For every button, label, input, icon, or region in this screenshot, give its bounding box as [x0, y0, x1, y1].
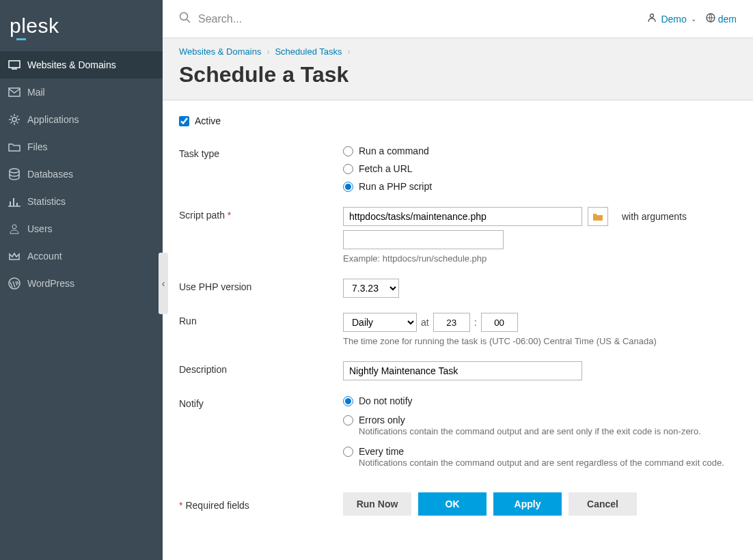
sidebar-item-label: WordPress [27, 278, 74, 289]
run-hour-input[interactable] [433, 313, 470, 332]
notify-errors-hint: Notifications contain the command output… [359, 425, 737, 438]
sidebar-item-label: Files [27, 141, 48, 152]
svg-point-4 [10, 169, 19, 173]
svg-point-3 [12, 117, 16, 122]
description-label: Description [179, 361, 343, 375]
browse-folder-button[interactable] [588, 207, 608, 226]
script-path-hint: Example: httpdocs/run/schedule.php [343, 253, 737, 264]
person-icon [647, 13, 657, 25]
sidebar-item-mail[interactable]: Mail [0, 79, 163, 106]
folder-icon [8, 141, 20, 153]
task-type-php-radio[interactable] [343, 182, 353, 192]
run-frequency-select[interactable]: Daily [343, 313, 417, 332]
sidebar-item-label: Databases [27, 169, 73, 180]
required-fields-note: *Required fields [179, 497, 343, 511]
user-menu[interactable]: Demo ⌄ [647, 13, 696, 25]
globe-icon [706, 13, 715, 25]
sidebar-item-databases[interactable]: Databases [0, 160, 163, 188]
sidebar-item-label: Mail [27, 87, 45, 98]
run-at-label: at [421, 317, 429, 328]
notify-none-radio[interactable] [343, 396, 353, 406]
script-path-input[interactable] [343, 207, 582, 226]
search-input[interactable] [198, 13, 471, 25]
page-title: Schedule a Task [179, 62, 737, 87]
sidebar-item-label: Applications [27, 114, 79, 125]
task-type-php-label: Run a PHP script [359, 181, 432, 192]
user-menu-label: Demo [661, 14, 686, 25]
php-version-label: Use PHP version [179, 279, 343, 292]
svg-point-9 [12, 225, 16, 229]
language-menu-label: dem [718, 14, 737, 25]
svg-rect-2 [9, 88, 20, 96]
breadcrumb: Websites & Domains › Scheduled Tasks › [179, 46, 737, 57]
task-type-command-radio[interactable] [343, 146, 353, 156]
arguments-input[interactable] [343, 230, 504, 249]
time-separator: : [474, 317, 477, 328]
notify-none-label: Do not notify [359, 395, 413, 406]
notify-errors-radio[interactable] [343, 415, 353, 425]
search-field[interactable] [179, 12, 640, 26]
task-type-url-radio[interactable] [343, 164, 353, 174]
svg-line-12 [187, 19, 190, 23]
topbar: Demo ⌄ dem [163, 0, 753, 38]
sidebar-item-label: Websites & Domains [27, 59, 116, 70]
sidebar: plesk Websites & Domains Mail Applicatio… [0, 0, 163, 560]
svg-rect-0 [9, 61, 20, 68]
sidebar-item-statistics[interactable]: Statistics [0, 188, 163, 215]
script-path-label: Script path * [179, 207, 343, 221]
brand-logo[interactable]: plesk [0, 0, 163, 51]
task-type-command-label: Run a command [359, 145, 429, 156]
sidebar-item-label: Users [27, 223, 53, 234]
description-input[interactable] [343, 361, 582, 380]
sidebar-collapse-handle[interactable]: ‹ [159, 253, 168, 314]
active-label: Active [195, 115, 221, 126]
sidebar-nav: Websites & Domains Mail Applications Fil… [0, 51, 163, 297]
notify-always-hint: Notifications contain the command output… [359, 457, 737, 469]
cancel-button[interactable]: Cancel [569, 492, 637, 516]
notify-always-label: Every time [359, 446, 404, 457]
breadcrumb-link-websites[interactable]: Websites & Domains [179, 46, 261, 57]
user-icon [8, 223, 20, 235]
main-area: Demo ⌄ dem Websites & Domains › Schedule… [163, 0, 753, 560]
run-label: Run [179, 313, 343, 326]
apply-button[interactable]: Apply [493, 492, 562, 516]
php-version-select[interactable]: 7.3.23 [343, 279, 399, 298]
chevron-right-icon: › [266, 47, 269, 57]
sidebar-item-label: Statistics [27, 196, 66, 207]
chart-icon [8, 195, 20, 208]
active-checkbox[interactable] [179, 116, 189, 126]
notify-label: Notify [179, 395, 343, 409]
sidebar-item-account[interactable]: Account [0, 242, 163, 270]
run-now-button[interactable]: Run Now [343, 492, 411, 516]
monitor-icon [8, 59, 20, 71]
wordpress-icon [8, 277, 20, 290]
sidebar-item-files[interactable]: Files [0, 133, 163, 160]
topbar-right: Demo ⌄ dem [647, 13, 737, 25]
gear-icon [8, 113, 20, 126]
sidebar-item-users[interactable]: Users [0, 215, 163, 242]
sidebar-item-label: Account [27, 251, 62, 262]
notify-always-radio[interactable] [343, 447, 353, 457]
brand-text: plesk [10, 14, 59, 38]
form-content: Active Task type Run a command Fetch a U… [163, 100, 753, 560]
ok-button[interactable]: OK [418, 492, 487, 516]
timezone-hint: The time zone for running the task is (U… [343, 336, 737, 346]
notify-errors-label: Errors only [359, 415, 405, 425]
run-minute-input[interactable] [481, 313, 518, 332]
task-type-label: Task type [179, 145, 343, 159]
page-header: Websites & Domains › Scheduled Tasks › S… [163, 38, 753, 100]
task-type-url-label: Fetch a URL [359, 163, 413, 174]
breadcrumb-link-scheduled-tasks[interactable]: Scheduled Tasks [275, 46, 342, 57]
language-menu[interactable]: dem [706, 13, 737, 25]
crown-icon [8, 250, 20, 262]
svg-point-13 [651, 14, 654, 18]
search-icon [179, 12, 191, 26]
sidebar-item-applications[interactable]: Applications [0, 106, 163, 133]
sidebar-item-wordpress[interactable]: WordPress [0, 270, 163, 297]
sidebar-item-websites-domains[interactable]: Websites & Domains [0, 51, 163, 79]
chevron-right-icon: › [347, 47, 350, 57]
active-checkbox-row: Active [179, 115, 737, 126]
svg-point-11 [180, 13, 188, 20]
database-icon [8, 168, 20, 180]
mail-icon [8, 86, 20, 98]
